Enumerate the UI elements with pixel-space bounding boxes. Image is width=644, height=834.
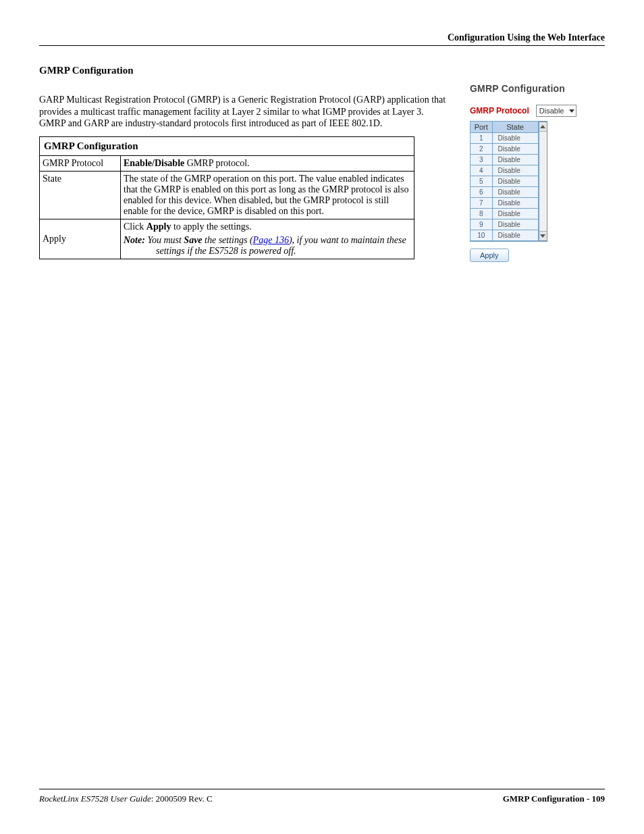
arrow-up-icon bbox=[540, 125, 545, 128]
table-row: 3Disable bbox=[471, 155, 538, 165]
table-row: 6Disable bbox=[471, 187, 538, 198]
state-cell[interactable]: Disable bbox=[492, 187, 538, 198]
chevron-down-icon bbox=[569, 109, 574, 113]
gmrp-description-table: GMRP Configuration GMRP Protocol Enable/… bbox=[39, 136, 414, 259]
footer-right: GMRP Configuration - 109 bbox=[503, 793, 605, 804]
table-row: 4Disable bbox=[471, 165, 538, 176]
port-cell: 2 bbox=[471, 144, 492, 155]
port-cell: 10 bbox=[471, 230, 492, 241]
field-desc: Click Apply to apply the settings. Note:… bbox=[121, 219, 414, 259]
page-link[interactable]: Page 136 bbox=[253, 235, 289, 245]
table-row: State The state of the GMRP operation on… bbox=[40, 171, 414, 219]
header-rule bbox=[39, 45, 605, 46]
state-cell[interactable]: Disable bbox=[492, 198, 538, 209]
table-row: 9Disable bbox=[471, 219, 538, 230]
field-desc: Enable/Disable GMRP protocol. bbox=[121, 155, 414, 171]
port-cell: 6 bbox=[471, 187, 492, 198]
state-cell[interactable]: Disable bbox=[492, 209, 538, 219]
state-cell[interactable]: Disable bbox=[492, 219, 538, 230]
desc-table-caption: GMRP Configuration bbox=[40, 136, 414, 155]
table-row: GMRP Protocol Enable/Disable GMRP protoc… bbox=[40, 155, 414, 171]
footer-left: RocketLinx ES7528 User Guide: 2000509 Re… bbox=[39, 793, 213, 804]
table-row: 7Disable bbox=[471, 198, 538, 209]
state-cell[interactable]: Disable bbox=[492, 176, 538, 187]
port-cell: 9 bbox=[471, 219, 492, 230]
page-header-breadcrumb: Configuration Using the Web Interface bbox=[39, 32, 605, 43]
table-row: 8Disable bbox=[471, 209, 538, 219]
col-header-state: State bbox=[492, 122, 538, 133]
state-cell[interactable]: Disable bbox=[492, 230, 538, 241]
apply-button[interactable]: Apply bbox=[470, 249, 509, 262]
port-cell: 3 bbox=[471, 155, 492, 165]
gmrp-protocol-select[interactable]: Disable bbox=[536, 105, 577, 117]
port-cell: 4 bbox=[471, 165, 492, 176]
state-cell[interactable]: Disable bbox=[492, 144, 538, 155]
port-state-table: Port State 1Disable2Disable3Disable4Disa… bbox=[471, 122, 539, 241]
port-cell: 1 bbox=[471, 133, 492, 144]
field-label: GMRP Protocol bbox=[40, 155, 121, 171]
port-cell: 5 bbox=[471, 176, 492, 187]
field-desc: The state of the GMRP operation on this … bbox=[121, 171, 414, 219]
scroll-up-button[interactable] bbox=[539, 122, 547, 132]
footer-rule bbox=[39, 789, 605, 789]
table-row: 1Disable bbox=[471, 133, 538, 144]
state-cell[interactable]: Disable bbox=[492, 155, 538, 165]
intro-paragraph: GARP Multicast Registration Protocol (GM… bbox=[39, 94, 451, 130]
port-table-scrollbar[interactable] bbox=[539, 122, 547, 241]
scroll-down-button[interactable] bbox=[539, 231, 547, 240]
state-cell[interactable]: Disable bbox=[492, 133, 538, 144]
port-cell: 8 bbox=[471, 209, 492, 219]
widget-proto-label: GMRP Protocol bbox=[470, 106, 529, 115]
widget-title: GMRP Configuration bbox=[470, 83, 605, 94]
table-row: Apply Click Apply to apply the settings.… bbox=[40, 219, 414, 259]
arrow-down-icon bbox=[540, 234, 545, 238]
section-title: GMRP Configuration bbox=[39, 65, 605, 76]
table-row: 10Disable bbox=[471, 230, 538, 241]
state-cell[interactable]: Disable bbox=[492, 165, 538, 176]
port-cell: 7 bbox=[471, 198, 492, 209]
field-label: State bbox=[40, 171, 121, 219]
field-label: Apply bbox=[40, 219, 121, 259]
scroll-track[interactable] bbox=[539, 132, 547, 231]
table-row: 2Disable bbox=[471, 144, 538, 155]
select-value: Disable bbox=[539, 107, 564, 115]
gmrp-widget: GMRP Configuration GMRP Protocol Disable… bbox=[470, 83, 605, 262]
col-header-port: Port bbox=[471, 122, 492, 133]
table-row: 5Disable bbox=[471, 176, 538, 187]
